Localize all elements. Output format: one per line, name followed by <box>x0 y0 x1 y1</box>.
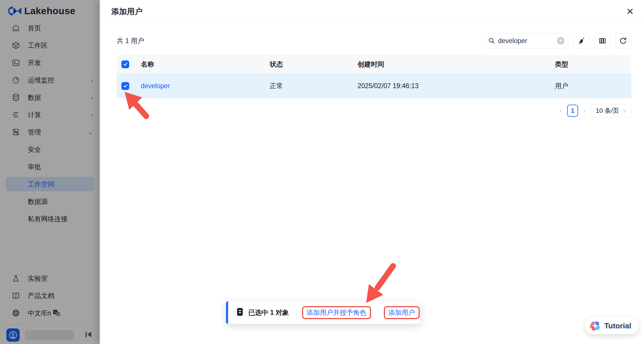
page-number-button[interactable]: 1 <box>567 105 578 117</box>
col-header-name: 名称 <box>141 60 270 69</box>
annotation-box-secondary: 添加用户 <box>384 306 420 319</box>
next-page-icon[interactable]: › <box>582 107 587 115</box>
annotation-box-primary: 添加用户并授予角色 <box>302 306 371 319</box>
row-select-cell <box>117 82 141 90</box>
page-size-value: 10 条/页 <box>596 106 619 115</box>
search-icon <box>488 37 495 44</box>
app-root: Lakehouse 首页 工作区 开发 <box>0 0 644 344</box>
pagination: ‹ 1 › 10 条/页 ∨ <box>558 104 631 117</box>
col-header-type: 类型 <box>555 60 631 69</box>
tutorial-flower-icon <box>589 320 601 332</box>
col-header-created: 创建时间 <box>358 60 555 69</box>
clear-filters-button[interactable] <box>573 33 590 49</box>
search-input[interactable] <box>498 37 557 45</box>
selection-action-bar: 已选中 1 对象 添加用户并授予角色 添加用户 <box>226 301 420 324</box>
columns-icon <box>598 37 606 45</box>
table-header-row: 名称 状态 创建时间 类型 <box>117 55 631 73</box>
table-toolbar: ✕ <box>482 33 631 49</box>
drawer-title: 添加用户 <box>111 6 143 17</box>
selected-list-icon <box>236 307 244 318</box>
selection-bar-accent <box>226 301 228 324</box>
refresh-button[interactable] <box>615 33 631 49</box>
prev-page-icon[interactable]: ‹ <box>558 107 563 115</box>
col-header-status: 状态 <box>270 60 358 69</box>
column-settings-button[interactable] <box>594 33 610 49</box>
select-all-checkbox[interactable] <box>121 60 129 68</box>
clear-search-icon[interactable]: ✕ <box>557 37 565 45</box>
select-all-cell <box>117 60 141 68</box>
user-name-link[interactable]: developer <box>141 82 270 90</box>
refresh-icon <box>619 37 627 45</box>
user-count-summary: 共 1 用户 <box>117 36 144 45</box>
broom-icon <box>578 37 586 45</box>
user-created-time: 2025/02/07 19:46:13 <box>358 82 555 90</box>
user-type: 用户 <box>555 82 631 90</box>
chevron-down-icon: ∨ <box>623 108 626 114</box>
drawer-header: 添加用户 ✕ <box>100 0 644 23</box>
tutorial-label: Tutorial <box>604 321 631 330</box>
selection-bar-divider <box>297 307 297 318</box>
add-user-drawer: 添加用户 ✕ 共 1 用户 ✕ <box>100 0 644 344</box>
search-box[interactable]: ✕ <box>482 33 569 49</box>
selected-count-label: 已选中 1 对象 <box>248 308 289 317</box>
page-size-select[interactable]: 10 条/页 ∨ <box>591 104 631 117</box>
close-icon[interactable]: ✕ <box>624 5 636 18</box>
tutorial-button[interactable]: Tutorial <box>585 317 639 334</box>
users-table: 名称 状态 创建时间 类型 developer 正常 2025/02/07 19… <box>117 55 631 98</box>
add-user-grant-role-button[interactable]: 添加用户并授予角色 <box>307 308 367 317</box>
user-status: 正常 <box>270 82 358 90</box>
table-row[interactable]: developer 正常 2025/02/07 19:46:13 用户 <box>117 73 631 98</box>
check-icon <box>123 62 128 67</box>
add-user-button[interactable]: 添加用户 <box>388 308 415 317</box>
row-checkbox[interactable] <box>121 82 129 90</box>
check-icon <box>123 83 128 88</box>
